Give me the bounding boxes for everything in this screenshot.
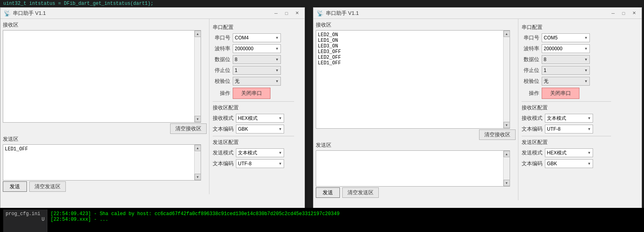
receive-mode-select-2[interactable]: 文本模式 ▼: [545, 114, 593, 123]
stop-value-2: 1: [544, 68, 584, 73]
baud-label-2: 波特率: [522, 45, 539, 52]
minimize-btn-2[interactable]: ─: [609, 9, 618, 17]
send-scrollbar-2[interactable]: ▲ ▼: [503, 151, 510, 186]
baud-select-1[interactable]: 2000000 ▼: [233, 44, 281, 53]
config-title-2: 串口配置: [522, 24, 611, 31]
port-select-2[interactable]: COM5 ▼: [542, 33, 590, 42]
send-content-1: LED1_OFF: [3, 145, 201, 154]
scroll-up-2[interactable]: ▲: [504, 31, 510, 37]
send-section-2: 发送区 ▲ ▼ 发送 清空发送区: [316, 142, 516, 198]
window-controls-1: ─ □ ✕: [272, 9, 301, 17]
baud-row-1: 波特率 2000000 ▼: [213, 44, 294, 53]
send-scrollbar-1[interactable]: ▲ ▼: [194, 145, 201, 180]
encoding-value-1: GBK: [238, 126, 278, 132]
encoding-arrow-1: ▼: [278, 127, 282, 131]
send-encoding-select-1[interactable]: UTF-8 ▼: [236, 159, 284, 168]
clear-send-btn-1[interactable]: 清空发送区: [29, 181, 66, 192]
receive-mode-select-1[interactable]: HEX模式 ▼: [236, 114, 284, 123]
encoding-select-1[interactable]: GBK ▼: [236, 125, 284, 133]
close-btn-2[interactable]: ✕: [630, 9, 638, 17]
parity-select-2[interactable]: 无 ▼: [542, 77, 590, 86]
receive-section-2: 接收区 LED2_ON LED1_ON LED3_ON LED3_OFF LED…: [316, 21, 516, 140]
send-area-2[interactable]: ▲ ▼: [316, 150, 510, 187]
send-scroll-down-2[interactable]: ▼: [504, 180, 510, 186]
data-row-2: 数据位 8 ▼: [522, 55, 611, 64]
app-icon-2: 📡: [317, 10, 323, 16]
close-btn-1[interactable]: ✕: [293, 9, 301, 17]
parity-label-1: 校验位: [213, 78, 230, 85]
window-title-2: 串口助手 V1.1: [326, 10, 359, 17]
send-btn-row-2: 发送 清空发送区: [316, 187, 516, 198]
stop-value-1: 1: [235, 68, 275, 73]
divider-2b: [522, 136, 611, 136]
receive-area-2[interactable]: LED2_ON LED1_ON LED3_ON LED3_OFF LED2_OF…: [316, 30, 510, 129]
receive-section-1: 接收区 ▲ ▼ 清空接收区: [3, 21, 207, 134]
send-scroll-down-1[interactable]: ▼: [195, 174, 201, 180]
file-tab-marker: U: [6, 217, 45, 222]
restore-btn-1[interactable]: □: [282, 9, 291, 17]
receive-content-1: [3, 31, 201, 34]
baud-select-2[interactable]: 2000000 ▼: [542, 44, 590, 53]
clear-receive-btn-2[interactable]: 清空接收区: [479, 129, 516, 140]
send-scroll-up-2[interactable]: ▲: [504, 151, 510, 157]
send-encoding-row-1: 文本编码 UTF-8 ▼: [213, 159, 294, 168]
receive-scrollbar-1[interactable]: ▲ ▼: [194, 31, 201, 122]
data-select-1[interactable]: 8 ▼: [233, 55, 281, 64]
close-port-btn-1[interactable]: 关闭串口: [233, 88, 270, 99]
clear-receive-btn-1[interactable]: 清空接收区: [170, 123, 207, 134]
receive-mode-label-1: 接收模式: [213, 115, 234, 122]
send-btn-2[interactable]: 发送: [316, 187, 340, 198]
stop-row-2: 停止位 1 ▼: [522, 66, 611, 75]
port-select-1[interactable]: COM4 ▼: [233, 33, 281, 42]
send-btn-1[interactable]: 发送: [3, 181, 27, 192]
encoding-row-2: 文本编码 UTF-8 ▼: [522, 125, 611, 133]
data-value-1: 8: [235, 57, 275, 62]
scroll-down-2[interactable]: ▼: [504, 122, 510, 128]
encoding-value-2: UTF-8: [547, 126, 587, 132]
send-area-1[interactable]: LED1_OFF ▲ ▼: [3, 144, 201, 181]
send-mode-select-1[interactable]: 文本模式 ▼: [236, 148, 284, 157]
window-title-1: 串口助手 V1.1: [13, 10, 46, 17]
baud-arrow-2: ▼: [584, 47, 588, 51]
send-encoding-select-2[interactable]: GBK ▼: [545, 159, 593, 168]
encoding-label-1: 文本编码: [213, 125, 234, 133]
send-encoding-arrow-1: ▼: [278, 162, 282, 166]
window-controls-2: ─ □ ✕: [609, 9, 638, 17]
stop-label-1: 停止位: [213, 67, 230, 74]
data-select-2[interactable]: 8 ▼: [542, 55, 590, 64]
left-panel-1: 接收区 ▲ ▼ 清空接收区 发送区 LED1_OFF: [0, 19, 209, 194]
data-arrow-1: ▼: [275, 57, 279, 62]
port-arrow-2: ▼: [584, 36, 588, 40]
parity-select-1[interactable]: 无 ▼: [233, 77, 281, 86]
stop-select-1[interactable]: 1 ▼: [233, 66, 281, 75]
port-value-2: COM5: [544, 35, 584, 41]
port-value-1: COM4: [235, 35, 275, 41]
send-mode-select-2[interactable]: HEX模式 ▼: [545, 148, 593, 157]
send-scroll-up-1[interactable]: ▲: [195, 145, 201, 151]
encoding-row-1: 文本编码 GBK ▼: [213, 125, 294, 133]
file-tab-name: prog_cfg.ini: [6, 211, 45, 217]
stop-select-2[interactable]: 1 ▼: [542, 66, 590, 75]
encoding-select-2[interactable]: UTF-8 ▼: [545, 125, 593, 133]
receive-mode-row-1: 接收模式 HEX模式 ▼: [213, 114, 294, 123]
config-title-1: 串口配置: [213, 24, 294, 31]
parity-label-2: 校验位: [522, 78, 539, 85]
receive-mode-arrow-1: ▼: [278, 116, 282, 120]
scroll-up-1[interactable]: ▲: [195, 31, 201, 37]
send-encoding-label-2: 文本编码: [522, 160, 542, 167]
receive-config-title-1: 接收区配置: [213, 104, 294, 111]
receive-mode-arrow-2: ▼: [587, 116, 591, 120]
receive-area-1[interactable]: ▲ ▼: [3, 30, 201, 123]
close-port-btn-2[interactable]: 关闭串口: [542, 88, 579, 99]
restore-btn-2[interactable]: □: [619, 9, 628, 17]
scroll-down-1[interactable]: ▼: [195, 116, 201, 122]
send-mode-label-2: 发送模式: [522, 149, 542, 156]
minimize-btn-1[interactable]: ─: [272, 9, 280, 17]
clear-send-btn-2[interactable]: 清空发送区: [342, 187, 379, 198]
send-encoding-arrow-2: ▼: [587, 162, 591, 166]
baud-value-1: 2000000: [235, 46, 275, 51]
baud-row-2: 波特率 2000000 ▼: [522, 44, 611, 53]
receive-scrollbar-2[interactable]: ▲ ▼: [503, 31, 510, 128]
terminal-line-2: [22:54:09.xxx] - ...: [51, 217, 638, 222]
send-encoding-value-1: UTF-8: [238, 161, 278, 166]
